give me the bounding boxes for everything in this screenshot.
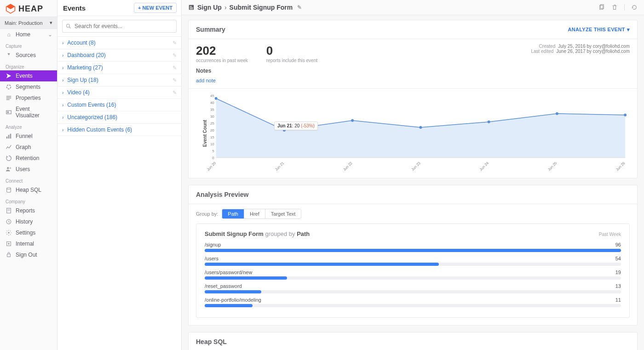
groupby-option-href[interactable]: Href [244,209,265,218]
event-group-label: Dashboard (20) [67,52,105,58]
svg-point-18 [8,232,10,234]
edit-icon[interactable]: ✎ [172,65,177,71]
svg-text:5: 5 [212,149,214,153]
nav-item-segments[interactable]: Segments [0,81,57,92]
event-group[interactable]: ›Dashboard (20)✎ [58,49,181,62]
analysis-row[interactable]: /users54 [205,256,621,266]
event-group[interactable]: ›Account (8)✎ [58,37,181,49]
svg-point-46 [556,112,558,115]
nav-item-heap-sql[interactable]: Heap SQL [0,184,57,195]
nav-item-history[interactable]: History [0,216,57,227]
event-group-label: Custom Events (16) [67,102,116,108]
event-group[interactable]: ›Marketing (27)✎ [58,62,181,74]
svg-rect-26 [190,7,193,8]
svg-rect-25 [190,6,192,6]
nav-item-settings[interactable]: Settings [0,227,57,238]
edit-icon[interactable]: ✎ [172,52,177,58]
history-icon [6,218,12,225]
nav-item-internal[interactable]: Internal [0,238,57,249]
edit-icon[interactable]: ✎ [297,4,302,11]
nav-item-funnel[interactable]: Funnel [0,131,57,142]
svg-rect-9 [8,135,10,138]
svg-point-44 [419,126,422,129]
events-icon [6,73,12,79]
nav-item-event-visualizer[interactable]: Event Visualizer [0,103,57,121]
summary-title: Summary [196,26,225,33]
edit-icon[interactable]: ✎ [172,90,177,96]
chevron-right-icon: › [62,78,63,83]
nav-item-reports[interactable]: Reports [0,205,57,216]
trash-icon[interactable] [611,4,618,11]
breadcrumb: Sign Up › Submit Signup Form ✎ [188,4,302,11]
occurrences-label: occurrences in past week [196,58,248,63]
groupby-label: Group by: [196,211,218,217]
analysis-row-path: /users/password/new [205,270,252,275]
svg-point-41 [215,97,218,100]
svg-text:35: 35 [210,108,214,112]
chevron-right-icon: › [62,65,63,70]
svg-rect-3 [6,96,12,97]
analysis-row[interactable]: /online-portfolio/modeling11 [205,297,621,307]
nav-home[interactable]: ⌂ Home ⌄ [0,29,57,40]
svg-rect-4 [6,98,12,98]
signout-icon [6,252,12,258]
analysis-row-value: 19 [615,270,621,275]
funnel-icon [6,133,12,139]
nav-item-sign-out[interactable]: Sign Out [0,249,57,260]
nav-item-label: Sign Out [16,252,37,258]
analyze-event-link[interactable]: ANALYZE THIS EVENT ▾ [568,27,630,33]
chevron-right-icon: › [62,127,63,132]
analysis-period: Past Week [599,232,621,237]
analysis-row-value: 54 [615,256,621,261]
topbar-tools [598,4,638,11]
nav-item-label: Event Visualizer [16,106,52,119]
nav-item-graph[interactable]: Graph [0,142,57,153]
heap-sql-card: Heap SQL sign_up_submit_signup Last sync… [188,332,638,350]
analysis-row[interactable]: /users/password/new19 [205,270,621,280]
nav-section-label: Organize [0,61,57,70]
edit-icon[interactable]: ✎ [172,77,177,83]
nav-item-label: Events [16,73,33,79]
heap-sql-title: Heap SQL [196,338,227,345]
analysis-row[interactable]: /signup96 [205,242,621,252]
nav-item-events[interactable]: Events [0,70,57,81]
svg-rect-7 [7,111,9,113]
event-group-label: Hidden Custom Events (6) [67,126,132,133]
chevron-right-icon: › [62,103,63,108]
new-event-button[interactable]: + NEW EVENT [134,3,177,13]
groupby-option-target-text[interactable]: Target Text [265,209,301,218]
event-group-label: Account (8) [67,40,95,46]
event-group[interactable]: ›Sign Up (18)✎ [58,74,181,86]
event-group[interactable]: ›Uncategorized (186) [58,111,181,124]
add-note-link[interactable]: add note [196,78,216,83]
properties-icon [6,95,12,101]
bar-track [205,263,621,266]
time-revert-icon[interactable] [631,4,638,11]
event-group[interactable]: ›Video (4)✎ [58,86,181,99]
edit-icon[interactable]: ✎ [172,40,177,46]
chevron-right-icon: › [224,4,227,11]
groupby-row: Group by: PathHrefTarget Text [189,204,637,224]
nav-item-properties[interactable]: Properties [0,92,57,103]
environment-selector[interactable]: Main: Production ▾ [0,17,57,29]
segments-icon [6,84,12,90]
event-group-label: Sign Up (18) [67,77,98,83]
analysis-card: Analysis Preview Group by: PathHrefTarge… [188,185,638,326]
nav-item-sources[interactable]: Sources [0,50,57,61]
event-group[interactable]: ›Hidden Custom Events (6) [58,124,181,136]
events-search-input[interactable] [62,20,177,33]
events-panel: Events + NEW EVENT ›Account (8)✎›Dashboa… [58,0,182,350]
bar-fill [205,249,621,252]
event-group[interactable]: ›Custom Events (16) [58,99,181,111]
events-header: Events + NEW EVENT [58,0,181,16]
analysis-row[interactable]: /reset_password13 [205,283,621,293]
nav-item-retention[interactable]: Retention [0,153,57,164]
breadcrumb-parent[interactable]: Sign Up [197,4,222,11]
groupby-option-path[interactable]: Path [222,209,244,218]
bar-track [205,276,621,280]
copy-icon[interactable] [598,4,605,11]
nav-item-users[interactable]: Users [0,164,57,175]
analysis-row-path: /online-portfolio/modeling [205,297,261,303]
nav-home-label: Home [16,31,30,38]
analysis-row-value: 96 [615,242,621,247]
